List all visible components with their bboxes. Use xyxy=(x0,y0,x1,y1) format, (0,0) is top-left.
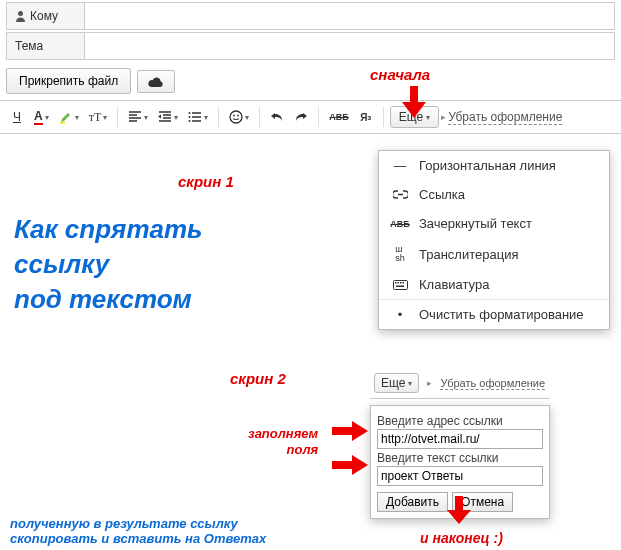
redo-icon xyxy=(294,111,308,123)
strike-button[interactable]: АВБ xyxy=(325,105,352,129)
svg-point-3 xyxy=(189,116,191,118)
align-icon xyxy=(128,111,142,123)
subject-label: Тема xyxy=(7,33,85,59)
emoji-button[interactable]: ▾ xyxy=(225,105,253,129)
undo-icon xyxy=(270,111,284,123)
subject-input[interactable] xyxy=(91,37,608,55)
svg-point-2 xyxy=(189,112,191,114)
subject-row: Тема xyxy=(6,32,615,60)
subject-label-text: Тема xyxy=(15,39,43,53)
redo-button[interactable] xyxy=(290,105,312,129)
to-input[interactable] xyxy=(91,7,608,25)
separator xyxy=(218,107,219,127)
text-color-icon: A xyxy=(34,109,43,125)
font-size-icon: тТ xyxy=(89,110,102,125)
font-size-button[interactable]: тТ▾ xyxy=(85,105,112,129)
separator xyxy=(318,107,319,127)
emoji-icon xyxy=(229,110,243,124)
svg-point-0 xyxy=(18,11,23,16)
svg-rect-1 xyxy=(60,122,65,124)
clear-formatting-link[interactable]: Убрать оформление xyxy=(448,110,562,125)
svg-point-6 xyxy=(233,115,235,117)
align-button[interactable]: ▾ xyxy=(124,105,152,129)
list-button[interactable]: ▾ xyxy=(184,105,212,129)
attach-file-button[interactable]: Прикрепить файл xyxy=(6,68,131,94)
to-label-text: Кому xyxy=(30,9,58,23)
separator xyxy=(117,107,118,127)
svg-rect-14 xyxy=(410,86,418,102)
svg-point-7 xyxy=(237,115,239,117)
to-label: Кому xyxy=(7,3,85,29)
highlight-icon xyxy=(59,110,73,124)
attach-bar: Прикрепить файл xyxy=(6,68,615,94)
translit-button[interactable]: Яз xyxy=(355,105,377,129)
cloud-icon xyxy=(148,76,164,87)
ann-first: сначала xyxy=(370,66,430,83)
list-icon xyxy=(188,111,202,123)
svg-point-5 xyxy=(230,111,242,123)
separator xyxy=(383,107,384,127)
cloud-button[interactable] xyxy=(137,70,175,93)
underline-button[interactable]: Ч xyxy=(6,105,28,129)
highlight-button[interactable]: ▾ xyxy=(55,105,83,129)
undo-button[interactable] xyxy=(266,105,288,129)
svg-point-4 xyxy=(189,120,191,122)
subject-input-wrap xyxy=(85,33,614,59)
to-input-wrap xyxy=(85,3,614,29)
text-color-button[interactable]: A▾ xyxy=(30,105,53,129)
arrow-down-icon xyxy=(400,86,428,120)
to-row: Кому xyxy=(6,2,615,30)
editor-toolbar: Ч A▾ ▾ тТ▾ ▾ ▾ ▾ ▾ xyxy=(0,100,621,134)
person-icon xyxy=(15,10,26,22)
separator xyxy=(259,107,260,127)
indent-button[interactable]: ▾ xyxy=(154,105,182,129)
indent-icon xyxy=(158,111,172,123)
